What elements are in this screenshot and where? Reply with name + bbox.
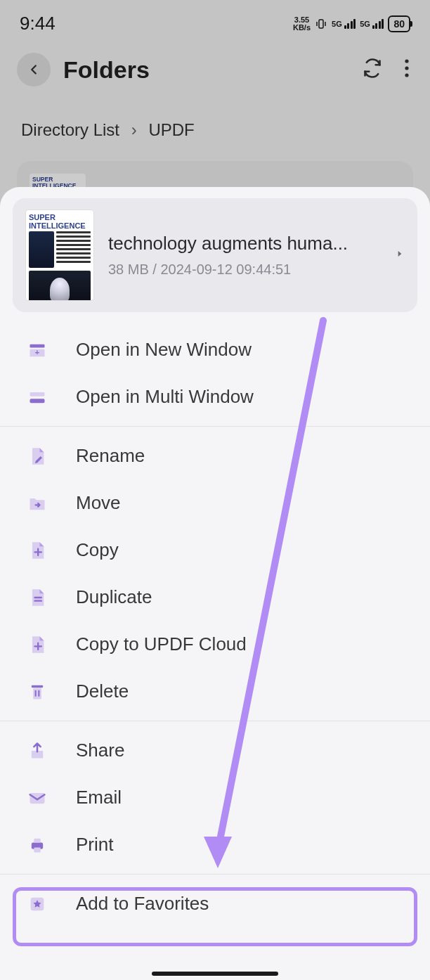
multi-window-icon	[27, 387, 48, 408]
file-name: technology augments huma...	[108, 233, 381, 254]
battery-icon: 80	[388, 15, 410, 32]
print-icon	[27, 834, 48, 856]
menu-copy[interactable]: Copy	[0, 527, 430, 574]
menu-label: Copy	[76, 539, 119, 561]
menu-copy-cloud[interactable]: Copy to UPDF Cloud	[0, 621, 430, 668]
svg-rect-14	[34, 847, 40, 852]
menu-label: Rename	[76, 445, 145, 467]
share-icon	[27, 740, 48, 761]
menu-add-favorites[interactable]: Add to Favorites	[0, 880, 430, 927]
svg-rect-11	[30, 793, 45, 804]
delete-icon	[27, 681, 48, 702]
new-window-icon: +	[27, 340, 48, 361]
menu-label: Duplicate	[76, 586, 152, 608]
file-meta: 38 MB / 2024-09-12 09:44:51	[108, 262, 381, 278]
menu-label: Add to Favorites	[76, 893, 209, 915]
svg-rect-0	[319, 20, 323, 28]
move-icon	[27, 493, 48, 514]
rename-icon	[27, 446, 48, 467]
cloud-copy-icon	[27, 634, 48, 655]
file-thumbnail: SUPERINTELLIGENCE	[25, 209, 94, 301]
svg-point-3	[405, 73, 408, 77]
page-title: Folders	[63, 56, 363, 84]
file-header[interactable]: SUPERINTELLIGENCE technology augments hu…	[13, 198, 417, 312]
breadcrumb-current: UPDF	[148, 120, 194, 139]
chevron-right-icon: ›	[131, 120, 137, 139]
menu-label: Share	[76, 740, 124, 761]
more-button[interactable]	[405, 59, 409, 80]
status-time: 9:44	[20, 13, 56, 34]
app-header: Folders	[0, 41, 430, 103]
breadcrumb-root[interactable]: Directory List	[21, 120, 119, 139]
menu-label: Email	[76, 787, 122, 808]
menu-label: Print	[76, 834, 113, 856]
menu-list: + Open in New Window Open in Multi Windo…	[0, 325, 430, 929]
menu-duplicate[interactable]: Duplicate	[0, 574, 430, 621]
breadcrumb[interactable]: Directory List › UPDF	[0, 103, 430, 153]
svg-text:+: +	[35, 347, 40, 356]
action-sheet: SUPERINTELLIGENCE technology augments hu…	[0, 187, 430, 980]
expand-arrow-icon[interactable]	[395, 249, 405, 262]
duplicate-icon	[27, 587, 48, 608]
vibrate-icon	[315, 18, 327, 30]
copy-icon	[27, 540, 48, 561]
back-button[interactable]	[17, 53, 51, 86]
menu-label: Copy to UPDF Cloud	[76, 633, 247, 655]
status-bar: 9:44 3.55 KB/s 5G 5G 80	[0, 0, 430, 41]
svg-rect-9	[30, 399, 45, 403]
menu-label: Open in New Window	[76, 339, 252, 361]
svg-rect-13	[34, 838, 40, 842]
menu-label: Delete	[76, 681, 129, 702]
menu-rename[interactable]: Rename	[0, 432, 430, 479]
menu-print[interactable]: Print	[0, 821, 430, 868]
favorite-icon	[27, 894, 48, 915]
divider	[0, 874, 430, 875]
email-icon	[27, 787, 48, 808]
divider	[0, 426, 430, 427]
menu-open-multi-window[interactable]: Open in Multi Window	[0, 373, 430, 420]
svg-rect-10	[32, 685, 43, 688]
home-indicator	[152, 972, 278, 976]
menu-label: Move	[76, 492, 121, 514]
svg-point-2	[405, 66, 408, 70]
status-indicators: 3.55 KB/s 5G 5G 80	[293, 15, 410, 32]
svg-point-1	[405, 59, 408, 63]
menu-label: Open in Multi Window	[76, 386, 254, 408]
svg-rect-8	[30, 392, 45, 396]
svg-marker-4	[398, 251, 402, 257]
menu-share[interactable]: Share	[0, 727, 430, 774]
menu-move[interactable]: Move	[0, 479, 430, 527]
divider	[0, 721, 430, 721]
menu-delete[interactable]: Delete	[0, 668, 430, 715]
refresh-button[interactable]	[363, 58, 382, 81]
menu-email[interactable]: Email	[0, 774, 430, 821]
menu-open-new-window[interactable]: + Open in New Window	[0, 326, 430, 373]
